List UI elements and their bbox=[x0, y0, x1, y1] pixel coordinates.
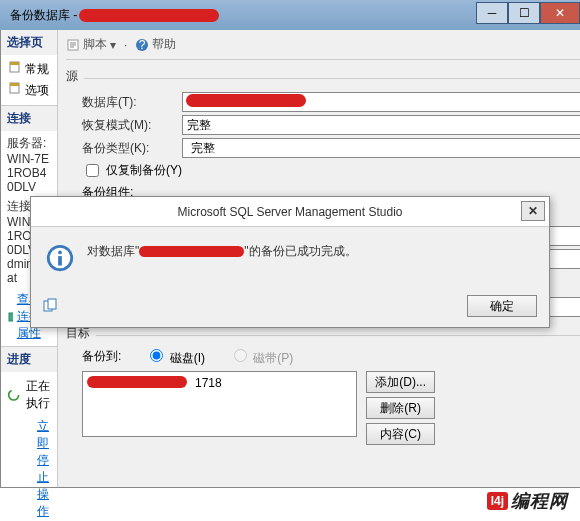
progress-text: 正在执行 bbox=[26, 378, 51, 412]
redacted-msg-dbname bbox=[139, 246, 244, 257]
script-icon bbox=[66, 38, 80, 52]
dialog-title: Microsoft SQL Server Management Studio bbox=[178, 205, 403, 219]
tape-label: 磁带(P) bbox=[253, 351, 293, 365]
svg-rect-4 bbox=[9, 313, 13, 321]
database-label: 数据库(T): bbox=[82, 94, 182, 111]
destination-entry: 1718 bbox=[195, 376, 222, 390]
recovery-label: 恢复模式(M): bbox=[82, 117, 182, 134]
watermark-text: 编程网 bbox=[511, 489, 568, 513]
window-title: 备份数据库 - bbox=[10, 7, 77, 24]
help-button[interactable]: ? 帮助 bbox=[135, 36, 176, 53]
backup-type-select[interactable]: 完整 bbox=[182, 138, 580, 158]
dialog-close-button[interactable]: ✕ bbox=[521, 201, 545, 221]
svg-text:?: ? bbox=[139, 38, 146, 52]
maximize-button[interactable]: ☐ bbox=[508, 2, 540, 24]
page-icon bbox=[9, 61, 21, 73]
sidebar-item-general[interactable]: 常规 bbox=[7, 59, 51, 80]
message-dialog: Microsoft SQL Server Management Studio ✕… bbox=[30, 196, 550, 328]
source-group-header: 源 bbox=[66, 68, 78, 85]
select-page-header: 选择页 bbox=[1, 30, 57, 55]
info-icon bbox=[45, 243, 75, 273]
dialog-message: 对数据库""的备份已成功完成。 bbox=[87, 243, 535, 260]
content-button[interactable]: 内容(C) bbox=[366, 423, 435, 445]
tape-radio bbox=[234, 349, 247, 362]
recovery-value bbox=[182, 115, 580, 135]
backup-type-label: 备份类型(K): bbox=[82, 140, 182, 157]
sidebar-label-general: 常规 bbox=[25, 62, 49, 76]
stop-operation-link[interactable]: 立即停止操作 bbox=[37, 419, 49, 518]
disk-label: 磁盘(I) bbox=[170, 351, 205, 365]
ok-button[interactable]: 确定 bbox=[467, 295, 537, 317]
svg-rect-12 bbox=[58, 256, 62, 265]
disk-radio[interactable] bbox=[150, 349, 163, 362]
server-value: WIN-7E1ROB40DLV bbox=[7, 152, 51, 194]
svg-point-11 bbox=[58, 251, 62, 255]
copy-only-label: 仅复制备份(Y) bbox=[106, 162, 182, 179]
redacted-dbname bbox=[186, 94, 306, 107]
properties-icon bbox=[7, 311, 13, 323]
add-button[interactable]: 添加(D)... bbox=[366, 371, 435, 393]
server-label: 服务器: bbox=[7, 135, 51, 152]
minimize-button[interactable]: ─ bbox=[476, 2, 508, 24]
destination-listbox[interactable]: 1718 bbox=[82, 371, 357, 437]
backup-to-label: 备份到: bbox=[82, 348, 121, 365]
svg-point-5 bbox=[9, 390, 19, 400]
redacted-title bbox=[79, 9, 219, 22]
page-icon bbox=[9, 82, 21, 94]
watermark-logo-icon: l4j bbox=[487, 492, 508, 510]
watermark: l4j 编程网 bbox=[487, 489, 568, 513]
sidebar-item-options[interactable]: 选项 bbox=[7, 80, 51, 101]
close-button[interactable]: ✕ bbox=[540, 2, 580, 24]
sidebar-label-options: 选项 bbox=[25, 83, 49, 97]
svg-rect-14 bbox=[48, 299, 56, 309]
remove-button[interactable]: 删除(R) bbox=[366, 397, 435, 419]
copy-only-checkbox[interactable] bbox=[86, 164, 99, 177]
connection-header: 连接 bbox=[1, 106, 57, 131]
copy-icon[interactable] bbox=[43, 298, 59, 315]
window-titlebar: 备份数据库 - ─ ☐ ✕ bbox=[0, 0, 580, 30]
progress-header: 进度 bbox=[1, 347, 57, 372]
script-button[interactable]: 脚本 ▾ bbox=[66, 36, 116, 53]
progress-spinner-icon bbox=[7, 382, 20, 408]
window-buttons: ─ ☐ ✕ bbox=[476, 6, 580, 24]
dialog-titlebar: Microsoft SQL Server Management Studio ✕ bbox=[31, 197, 549, 227]
redacted-path bbox=[87, 376, 187, 388]
content-toolbar: 脚本 ▾ · ? 帮助 bbox=[66, 36, 580, 60]
help-icon: ? bbox=[135, 38, 149, 52]
svg-rect-3 bbox=[10, 83, 19, 86]
svg-rect-1 bbox=[10, 62, 19, 65]
